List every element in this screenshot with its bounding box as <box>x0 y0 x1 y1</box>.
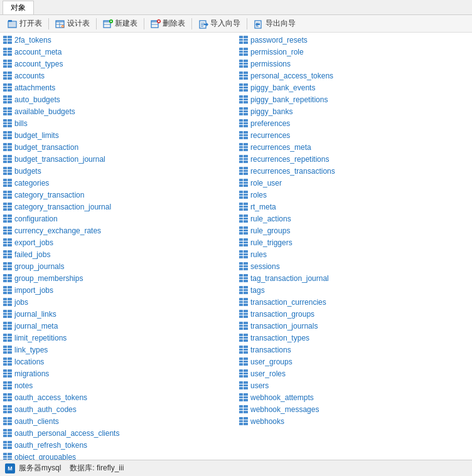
table-row[interactable]: rule_actions <box>236 213 472 225</box>
table-row[interactable]: user_roles <box>236 368 472 379</box>
table-grid-icon <box>3 405 13 414</box>
table-row[interactable]: preferences <box>236 117 472 129</box>
svg-rect-192 <box>8 346 12 348</box>
table-row[interactable]: recurrences_repetitions <box>236 153 472 165</box>
table-row[interactable]: transactions <box>236 344 472 356</box>
table-row[interactable]: migrations <box>0 368 236 379</box>
table-row[interactable]: personal_access_tokens <box>236 70 472 82</box>
table-row[interactable]: piggy_bank_repetitions <box>236 93 472 105</box>
table-row[interactable]: recurrences <box>236 129 472 141</box>
table-row[interactable]: webhook_attempts <box>236 391 472 403</box>
svg-rect-286 <box>244 89 248 92</box>
svg-rect-342 <box>244 203 248 205</box>
svg-rect-100 <box>8 161 12 163</box>
delete-table-button[interactable]: 删除表 <box>147 17 189 30</box>
design-table-button[interactable]: 设计表 <box>51 17 94 30</box>
table-row[interactable]: account_types <box>0 58 236 70</box>
table-row[interactable]: budget_limits <box>0 129 236 141</box>
table-row[interactable]: rule_groups <box>236 225 472 236</box>
svg-rect-450 <box>244 417 248 420</box>
table-name: user_groups <box>250 357 292 366</box>
svg-rect-320 <box>244 158 248 160</box>
table-row[interactable]: rule_triggers <box>236 236 472 248</box>
table-row[interactable]: category_transaction <box>0 189 236 201</box>
table-row[interactable]: group_memberships <box>0 272 236 284</box>
table-row[interactable]: oauth_auth_codes <box>0 403 236 415</box>
svg-rect-235 <box>3 432 7 434</box>
table-row[interactable]: group_journals <box>0 260 236 272</box>
svg-rect-299 <box>239 119 243 122</box>
table-row[interactable]: budget_transaction_journal <box>0 153 236 165</box>
table-row[interactable]: notes <box>0 379 236 391</box>
svg-rect-405 <box>239 327 243 330</box>
table-row[interactable]: attachments <box>0 82 236 93</box>
table-row[interactable]: export_jobs <box>0 236 236 248</box>
table-row[interactable]: role_user <box>236 177 472 189</box>
table-row[interactable]: oauth_refresh_tokens <box>0 439 236 451</box>
table-row[interactable]: rt_meta <box>236 201 472 213</box>
table-row[interactable]: rules <box>236 248 472 260</box>
table-name: webhook_attempts <box>250 393 314 402</box>
table-row[interactable]: link_types <box>0 344 236 356</box>
table-row[interactable]: categories <box>0 177 236 189</box>
table-row[interactable]: limit_repetitions <box>0 332 236 344</box>
table-row[interactable]: import_jobs <box>0 284 236 296</box>
table-row[interactable]: piggy_banks <box>236 105 472 117</box>
table-row[interactable]: configuration <box>0 213 236 225</box>
open-table-button[interactable]: 打开表 <box>4 17 46 30</box>
table-row[interactable]: transaction_types <box>236 332 472 344</box>
table-row[interactable]: piggy_bank_events <box>236 82 472 93</box>
table-row[interactable]: category_transaction_journal <box>0 201 236 213</box>
table-row[interactable]: object_groupables <box>0 451 236 460</box>
table-row[interactable]: webhook_messages <box>236 403 472 415</box>
table-row[interactable]: tag_transaction_journal <box>236 272 472 284</box>
export-wizard-button[interactable]: 导出向导 <box>250 17 299 30</box>
table-row[interactable]: oauth_clients <box>0 415 236 427</box>
svg-rect-44 <box>8 51 12 53</box>
table-row[interactable]: webhooks <box>236 415 472 427</box>
table-row[interactable]: locations <box>0 356 236 368</box>
table-row[interactable]: transaction_journals <box>236 320 472 332</box>
table-row[interactable]: transaction_currencies <box>236 296 472 308</box>
table-row[interactable]: account_meta <box>0 46 236 58</box>
table-row[interactable]: oauth_access_tokens <box>0 391 236 403</box>
table-row[interactable]: failed_jobs <box>0 248 236 260</box>
table-row[interactable]: journal_links <box>0 308 236 320</box>
table-row[interactable]: oauth_personal_access_clients <box>0 427 236 439</box>
table-row[interactable]: permission_role <box>236 46 472 58</box>
tab-objects[interactable]: 对象 <box>3 1 34 14</box>
table-row[interactable]: accounts <box>0 70 236 82</box>
table-row[interactable]: jobs <box>0 296 236 308</box>
svg-rect-277 <box>239 75 243 77</box>
svg-rect-348 <box>244 214 248 217</box>
svg-rect-357 <box>239 232 243 235</box>
table-row[interactable]: budget_transaction <box>0 141 236 153</box>
svg-rect-379 <box>239 277 243 279</box>
table-row[interactable]: user_groups <box>236 356 472 368</box>
import-wizard-button[interactable]: 导入向导 <box>195 17 244 30</box>
table-row[interactable]: 2fa_tokens <box>0 34 236 46</box>
svg-rect-198 <box>8 357 12 360</box>
svg-rect-86 <box>8 134 12 136</box>
table-row[interactable]: auto_budgets <box>0 93 236 105</box>
svg-rect-176 <box>8 313 12 315</box>
table-row[interactable]: users <box>236 379 472 391</box>
table-row[interactable]: available_budgets <box>0 105 236 117</box>
table-row[interactable]: password_resets <box>236 34 472 46</box>
table-row[interactable]: sessions <box>236 260 472 272</box>
table-grid-icon <box>239 179 249 188</box>
svg-rect-250 <box>8 458 12 460</box>
table-row[interactable]: tags <box>236 284 472 296</box>
table-row[interactable]: transaction_groups <box>236 308 472 320</box>
table-row[interactable]: currency_exchange_rates <box>0 225 236 236</box>
table-row[interactable]: permissions <box>236 58 472 70</box>
new-table-button[interactable]: 新建表 <box>99 17 141 30</box>
table-row[interactable]: budgets <box>0 165 236 177</box>
table-row[interactable]: journal_meta <box>0 320 236 332</box>
table-row[interactable]: roles <box>236 189 472 201</box>
table-row[interactable]: recurrences_transactions <box>236 165 472 177</box>
table-row[interactable]: recurrences_meta <box>236 141 472 153</box>
table-row[interactable]: bills <box>0 117 236 129</box>
table-grid-icon <box>239 95 249 104</box>
table-grid-icon <box>3 453 13 460</box>
